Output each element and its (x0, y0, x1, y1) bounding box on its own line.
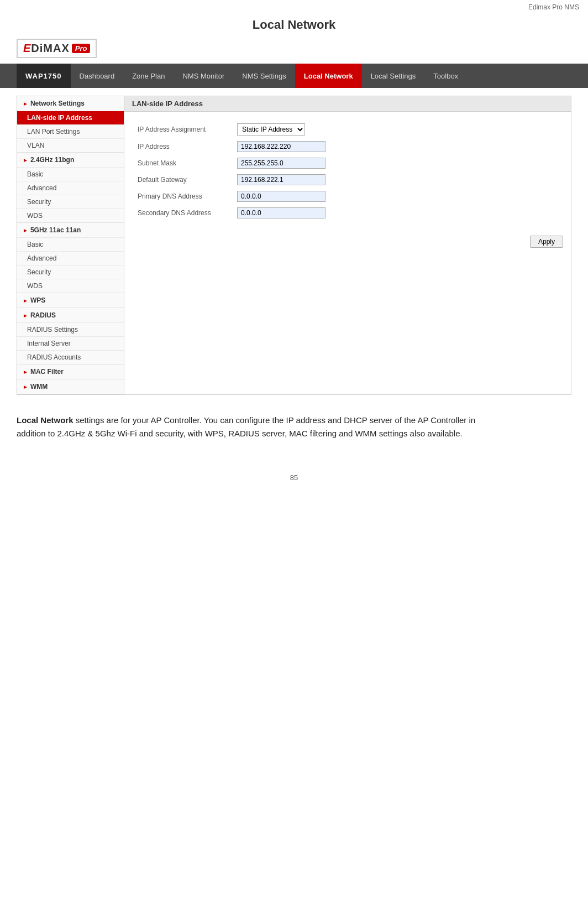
content-area-wrapper: LAN-side IP Address IP Address Assignmen… (124, 96, 571, 351)
field-label-secondary-dns: Secondary DNS Address (132, 205, 232, 221)
field-label-gateway: Default Gateway (132, 171, 232, 188)
logo-e-letter: E (23, 42, 31, 54)
sidebar-group-network-settings: ► Network Settings LAN-side IP Address L… (17, 96, 124, 153)
field-value-ip-assignment[interactable]: Static IP Address DHCP (232, 121, 563, 138)
nav-item-nms-settings[interactable]: NMS Settings (233, 64, 295, 88)
primary-dns-input[interactable] (237, 191, 326, 202)
table-row: Subnet Mask (132, 155, 563, 171)
nav-item-zone-plan[interactable]: Zone Plan (123, 64, 174, 88)
gateway-input[interactable] (237, 174, 326, 185)
table-row: Secondary DNS Address (132, 205, 563, 221)
sidebar-group-radius: ► RADIUS RADIUS Settings Internal Server… (17, 308, 124, 364)
sidebar-item-vlan[interactable]: VLAN (17, 138, 124, 152)
sidebar-group-title-wmm[interactable]: ► WMM (17, 379, 124, 394)
sidebar-group-5ghz: ► 5GHz 11ac 11an Basic Advanced Security… (17, 223, 124, 293)
field-label-primary-dns: Primary DNS Address (132, 188, 232, 205)
logo-edimax: EDiMAX (23, 42, 70, 55)
sidebar-group-title-2ghz[interactable]: ► 2.4GHz 11bgn (17, 153, 124, 167)
table-row: IP Address (132, 138, 563, 155)
sidebar-item-radius-accounts[interactable]: RADIUS Accounts (17, 350, 124, 364)
nav-item-local-network[interactable]: Local Network (295, 64, 362, 88)
field-value-ip-address[interactable] (232, 138, 563, 155)
sidebar-item-internal-server[interactable]: Internal Server (17, 336, 124, 350)
sidebar-group-title-mac-filter[interactable]: ► MAC Filter (17, 364, 124, 379)
field-value-gateway[interactable] (232, 171, 563, 188)
field-value-primary-dns[interactable] (232, 188, 563, 205)
sidebar: ► Network Settings LAN-side IP Address L… (17, 96, 124, 395)
arrow-icon-2ghz: ► (23, 157, 28, 163)
field-label-ip-address: IP Address (132, 138, 232, 155)
description-text: settings are for your AP Controller. You… (17, 415, 475, 438)
sidebar-item-lan-port[interactable]: LAN Port Settings (17, 124, 124, 138)
sidebar-item-radius-settings[interactable]: RADIUS Settings (17, 322, 124, 336)
sidebar-item-lan-ip[interactable]: LAN-side IP Address (17, 111, 124, 124)
sidebar-item-2ghz-wds[interactable]: WDS (17, 209, 124, 222)
field-label-subnet-mask: Subnet Mask (132, 155, 232, 171)
app-title: Edimax Pro NMS (0, 0, 588, 12)
sidebar-group-label-5ghz: 5GHz 11ac 11an (30, 226, 81, 234)
nav-item-nms-monitor[interactable]: NMS Monitor (174, 64, 233, 88)
arrow-icon: ► (23, 101, 28, 107)
form-table: IP Address Assignment Static IP Address … (132, 121, 563, 221)
logo-box: EDiMAX Pro (17, 39, 97, 58)
description-bold: Local Network (17, 415, 74, 425)
sidebar-group-label-wmm: WMM (30, 383, 48, 390)
arrow-icon-5ghz: ► (23, 227, 28, 233)
arrow-icon-wps: ► (23, 298, 28, 304)
field-label-ip-assignment: IP Address Assignment (132, 121, 232, 138)
sidebar-group-title-wps[interactable]: ► WPS (17, 293, 124, 308)
content-panel: LAN-side IP Address IP Address Assignmen… (124, 96, 571, 395)
sidebar-group-mac-filter: ► MAC Filter (17, 364, 124, 379)
ip-address-input[interactable] (237, 141, 326, 152)
panel-body: IP Address Assignment Static IP Address … (124, 112, 571, 230)
sidebar-group-label-2ghz: 2.4GHz 11bgn (30, 156, 74, 164)
sidebar-item-5ghz-security[interactable]: Security (17, 265, 124, 279)
secondary-dns-input[interactable] (237, 207, 326, 218)
table-row: Primary DNS Address (132, 188, 563, 205)
sidebar-item-2ghz-advanced[interactable]: Advanced (17, 181, 124, 195)
sidebar-group-wmm: ► WMM (17, 379, 124, 394)
page-number: 85 (0, 473, 588, 493)
sidebar-group-label-radius: RADIUS (30, 311, 56, 319)
sidebar-group-label-network-settings: Network Settings (30, 100, 85, 107)
sidebar-item-5ghz-advanced[interactable]: Advanced (17, 251, 124, 265)
sidebar-group-wps: ► WPS (17, 293, 124, 308)
arrow-icon-mac: ► (23, 369, 28, 375)
arrow-icon-radius: ► (23, 313, 28, 319)
sidebar-group-label-wps: WPS (30, 296, 45, 304)
field-value-secondary-dns[interactable] (232, 205, 563, 221)
table-row: IP Address Assignment Static IP Address … (132, 121, 563, 138)
subnet-mask-input[interactable] (237, 158, 326, 169)
sidebar-item-5ghz-wds[interactable]: WDS (17, 279, 124, 293)
sidebar-item-2ghz-basic[interactable]: Basic (17, 167, 124, 181)
description-area: Local Network settings are for your AP C… (0, 403, 497, 457)
sidebar-item-5ghz-basic[interactable]: Basic (17, 237, 124, 251)
sidebar-group-title-network-settings[interactable]: ► Network Settings (17, 96, 124, 111)
sidebar-group-2ghz: ► 2.4GHz 11bgn Basic Advanced Security W… (17, 153, 124, 223)
page-title: Local Network (0, 18, 588, 32)
table-row: Default Gateway (132, 171, 563, 188)
ip-assignment-select[interactable]: Static IP Address DHCP (237, 123, 305, 136)
sidebar-item-2ghz-security[interactable]: Security (17, 195, 124, 209)
arrow-icon-wmm: ► (23, 384, 28, 390)
logo-pro: Pro (72, 44, 91, 53)
nav-item-toolbox[interactable]: Toolbox (424, 64, 467, 88)
nav-item-dashboard[interactable]: Dashboard (71, 64, 124, 88)
apply-btn-row: Apply (124, 230, 571, 256)
sidebar-group-title-5ghz[interactable]: ► 5GHz 11ac 11an (17, 223, 124, 237)
sidebar-group-label-mac-filter: MAC Filter (30, 368, 64, 376)
nav-bar: WAP1750 Dashboard Zone Plan NMS Monitor … (0, 64, 588, 88)
logo-area: EDiMAX Pro (0, 39, 588, 64)
panel-header: LAN-side IP Address (124, 96, 571, 112)
nav-item-local-settings[interactable]: Local Settings (362, 64, 425, 88)
main-content: ► Network Settings LAN-side IP Address L… (0, 88, 588, 403)
nav-device-label: WAP1750 (17, 64, 71, 88)
apply-button[interactable]: Apply (530, 236, 563, 248)
sidebar-group-title-radius[interactable]: ► RADIUS (17, 308, 124, 322)
field-value-subnet-mask[interactable] (232, 155, 563, 171)
